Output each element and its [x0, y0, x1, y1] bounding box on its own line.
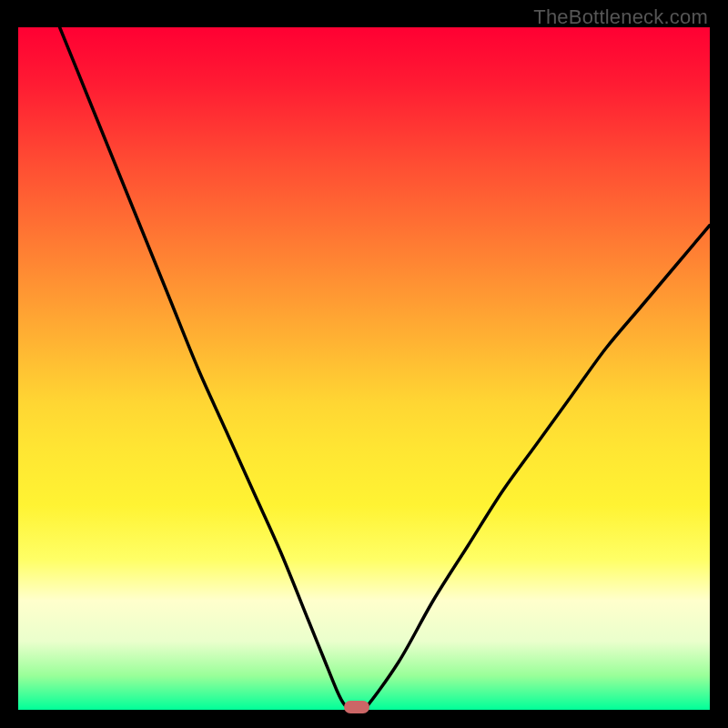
- plot-area: [18, 27, 710, 710]
- chart-container: TheBottleneck.com: [0, 0, 728, 728]
- bottleneck-curve-line: [60, 27, 710, 710]
- curve-svg: [18, 27, 710, 710]
- watermark-text: TheBottleneck.com: [533, 5, 708, 29]
- minimum-marker: [344, 701, 369, 713]
